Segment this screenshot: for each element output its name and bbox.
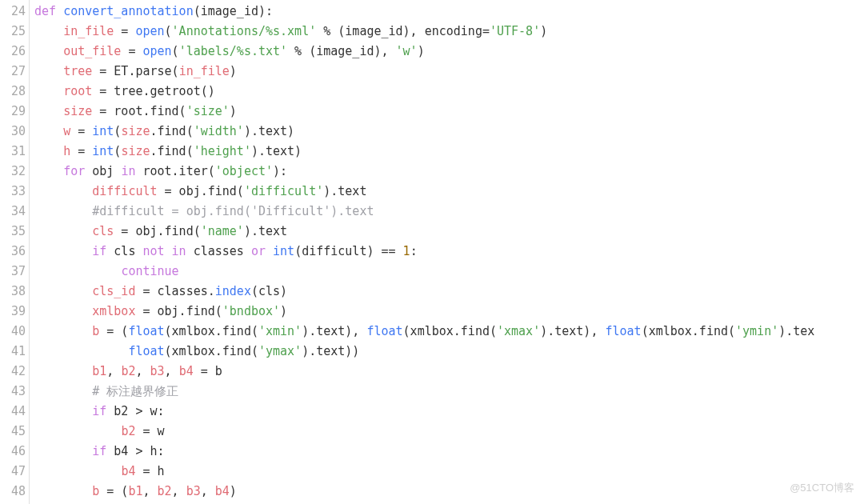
watermark: @51CTO博客 — [790, 478, 854, 498]
token-var: out_file — [63, 44, 121, 58]
token-var: b3 — [186, 484, 201, 498]
line-number-gutter: 2425262728293031323334353637383940414243… — [0, 0, 26, 504]
token-var: root — [63, 84, 92, 98]
token-txt: ) — [540, 24, 547, 38]
token-txt — [34, 24, 63, 38]
code-line: if b2 > w: — [34, 402, 864, 422]
token-txt — [34, 484, 92, 498]
token-txt — [34, 104, 63, 118]
token-var: w — [63, 124, 70, 138]
token-var: cls_id — [92, 284, 135, 298]
token-txt — [34, 124, 63, 138]
token-var: b4 — [179, 364, 194, 378]
line-number: 46 — [0, 442, 26, 462]
token-fn: int — [92, 124, 114, 138]
gutter-divider — [29, 0, 30, 504]
line-number: 30 — [0, 122, 26, 142]
token-var: tree — [63, 64, 92, 78]
token-fn: int — [273, 244, 294, 258]
line-number: 28 — [0, 82, 26, 102]
token-txt: ).text) — [251, 144, 302, 158]
code-line: b = (b1, b2, b3, b4) — [34, 482, 864, 502]
token-txt: b2 > w: — [106, 404, 164, 418]
code-line: cls_id = classes.index(cls) — [34, 282, 864, 302]
token-txt: ).text) — [244, 124, 294, 138]
line-number: 40 — [0, 322, 26, 342]
token-txt: ) — [418, 44, 425, 58]
token-txt — [34, 224, 92, 238]
token-str: 'size' — [186, 104, 230, 118]
token-txt: (difficult) == — [294, 244, 402, 258]
token-txt: = obj.find( — [158, 184, 244, 198]
code-line: tree = ET.parse(in_file) — [34, 62, 864, 82]
line-number: 47 — [0, 462, 26, 482]
token-txt: classes — [186, 244, 251, 258]
line-number: 39 — [0, 302, 26, 322]
token-txt — [34, 444, 92, 458]
token-txt: = b — [194, 364, 222, 378]
token-str: 'xmin' — [258, 324, 302, 338]
token-txt: , — [165, 364, 179, 378]
token-txt: .find( — [150, 144, 194, 158]
token-kw: if — [92, 404, 106, 418]
token-txt: ( — [172, 44, 179, 58]
token-com: #difficult = obj.find('Difficult').text — [92, 204, 374, 218]
line-number: 43 — [0, 382, 26, 402]
token-txt: = w — [135, 424, 164, 438]
token-var: b — [92, 324, 99, 338]
line-number: 32 — [0, 162, 26, 182]
token-var: xmlbox — [92, 304, 135, 318]
token-txt: = — [70, 144, 92, 158]
token-txt: (xmlbox.find( — [165, 324, 258, 338]
token-fn: float — [366, 324, 402, 338]
token-txt: (xmlbox.find( — [403, 324, 497, 338]
token-txt: ) — [230, 64, 237, 78]
token-var: b1 — [128, 484, 142, 498]
token-str: 'xmax' — [497, 324, 540, 338]
token-txt: = — [121, 44, 142, 58]
token-txt: root.iter( — [135, 164, 214, 178]
token-txt: cls — [106, 244, 142, 258]
token-kw: if — [92, 444, 106, 458]
token-var: b2 — [121, 364, 135, 378]
token-txt: ).text), — [302, 324, 366, 338]
token-txt: ).text), — [540, 324, 605, 338]
token-txt: = h — [135, 464, 164, 478]
token-txt — [266, 244, 273, 258]
line-number: 42 — [0, 362, 26, 382]
token-kw: continue — [121, 264, 178, 278]
token-txt: ).tex — [778, 324, 814, 338]
token-txt — [34, 384, 92, 398]
token-txt: ) — [280, 304, 287, 318]
token-txt: , — [135, 364, 150, 378]
line-number: 29 — [0, 102, 26, 122]
code-line: xmlbox = obj.find('bndbox') — [34, 302, 864, 322]
code-line: root = tree.getroot() — [34, 82, 864, 102]
code-line: # 标注越界修正 — [34, 382, 864, 402]
token-txt: = obj.find( — [114, 224, 200, 238]
line-number: 26 — [0, 42, 26, 62]
code-line: if cls not in classes or int(difficult) … — [34, 242, 864, 262]
line-number: 44 — [0, 402, 26, 422]
token-var: b4 — [121, 464, 135, 478]
token-txt — [34, 264, 121, 278]
token-str: 'object' — [215, 164, 273, 178]
code-line: #difficult = obj.find('Difficult').text — [34, 202, 864, 222]
token-txt: = tree.getroot() — [92, 84, 215, 98]
code-line: size = root.find('size') — [34, 102, 864, 122]
token-var: difficult — [92, 184, 157, 198]
token-txt: ).text — [244, 224, 287, 238]
token-txt — [34, 344, 128, 358]
code-line: continue — [34, 262, 864, 282]
token-txt: ) — [230, 104, 237, 118]
token-var: in_file — [179, 64, 230, 78]
token-str: 'w' — [396, 44, 418, 58]
code-line: b4 = h — [34, 462, 864, 482]
line-number: 48 — [0, 482, 26, 502]
code-line: difficult = obj.find('difficult').text — [34, 182, 864, 202]
code-line: cls = obj.find('name').text — [34, 222, 864, 242]
line-number: 33 — [0, 182, 26, 202]
code-line: b1, b2, b3, b4 = b — [34, 362, 864, 382]
code-line: b = (float(xmlbox.find('xmin').text), fl… — [34, 322, 864, 342]
token-txt: ( — [165, 24, 172, 38]
